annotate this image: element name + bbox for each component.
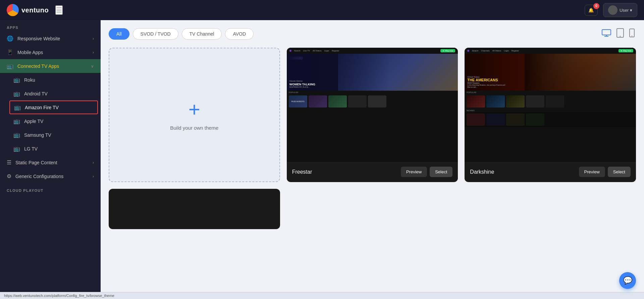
logo: ventuno bbox=[7, 4, 49, 16]
tab-avod[interactable]: AVOD bbox=[225, 28, 254, 40]
svg-point-7 bbox=[632, 36, 632, 36]
logo-icon bbox=[7, 4, 19, 16]
sidebar-item-connected-tv-apps[interactable]: 📺 Connected TV Apps ∨ bbox=[0, 59, 101, 73]
sidebar-label-amazon-fire-tv: Amazon Fire TV bbox=[25, 105, 59, 110]
partial-theme-card[interactable] bbox=[109, 189, 280, 229]
sidebar-label-mobile-apps: Mobile Apps bbox=[17, 50, 43, 55]
filter-bar: All SVOD / TVOD TV Channel AVOD bbox=[109, 27, 636, 41]
main-content: All SVOD / TVOD TV Channel AVOD bbox=[101, 20, 644, 292]
sidebar-label-android-tv: Android TV bbox=[24, 91, 48, 96]
sidebar-item-android-tv[interactable]: 📺 Android TV bbox=[7, 87, 101, 100]
chevron-right-icon-4: › bbox=[93, 174, 94, 179]
plus-icon: + bbox=[189, 99, 200, 120]
darkshine-footer: Darkshine Preview Select bbox=[465, 162, 636, 182]
filter-tabs-group: All SVOD / TVOD TV Channel AVOD bbox=[109, 28, 254, 40]
gear-icon: ⚙ bbox=[7, 173, 11, 179]
samsung-tv-icon: 📺 bbox=[13, 132, 20, 138]
darkshine-theme-card[interactable]: Search Channels All Videos Login Registe… bbox=[465, 48, 636, 182]
desktop-icon bbox=[602, 29, 611, 37]
sidebar: APPS 🌐 Responsive Website › 📱 Mobile App… bbox=[0, 20, 101, 292]
menu-button[interactable]: ☰ bbox=[55, 5, 63, 15]
roku-icon: 📺 bbox=[13, 77, 20, 83]
darkshine-select-button[interactable]: Select bbox=[608, 167, 631, 177]
themes-grid: + Build your own theme Search Live TV Al… bbox=[109, 48, 636, 229]
freestar-preview: Search Live TV All Videos Login Register… bbox=[287, 48, 458, 162]
tablet-icon bbox=[616, 28, 624, 38]
sidebar-label-generic-configurations: Generic Configurations bbox=[15, 174, 63, 179]
lg-tv-icon: 📺 bbox=[13, 145, 20, 152]
freestar-name: Freestar bbox=[292, 169, 312, 175]
status-url: https://web.ventunotech.com/platform/Con… bbox=[4, 294, 114, 298]
chevron-down-icon: ∨ bbox=[91, 64, 94, 69]
sidebar-label-responsive-website: Responsive Website bbox=[17, 36, 60, 41]
tv-icon: 📺 bbox=[7, 63, 13, 69]
sidebar-label-connected-tv-apps: Connected TV Apps bbox=[17, 63, 59, 69]
svg-rect-0 bbox=[602, 30, 611, 35]
sidebar-label-samsung-tv: Samsung TV bbox=[24, 132, 51, 138]
freestar-theme-card[interactable]: Search Live TV All Videos Login Register… bbox=[287, 48, 458, 182]
tab-svod-tvod[interactable]: SVOD / TVOD bbox=[133, 28, 178, 40]
sidebar-item-amazon-fire-tv[interactable]: 📺 Amazon Fire TV bbox=[9, 100, 98, 114]
sidebar-item-roku[interactable]: 📺 Roku bbox=[7, 73, 101, 87]
svg-point-5 bbox=[620, 36, 621, 37]
darkshine-preview: Search Channels All Videos Login Registe… bbox=[465, 48, 636, 162]
chat-button[interactable]: 💬 bbox=[619, 272, 636, 289]
logo-text: ventuno bbox=[21, 6, 49, 14]
sidebar-item-responsive-website[interactable]: 🌐 Responsive Website › bbox=[0, 32, 101, 45]
sidebar-item-samsung-tv[interactable]: 📺 Samsung TV bbox=[7, 128, 101, 142]
mobile-icon: 📱 bbox=[7, 49, 13, 55]
notification-badge: 0 bbox=[593, 3, 599, 9]
darkshine-preview-button[interactable]: Preview bbox=[579, 167, 605, 177]
chevron-right-icon-3: › bbox=[93, 160, 94, 165]
sidebar-label-static-page-content: Static Page Content bbox=[15, 160, 57, 165]
chevron-right-icon: › bbox=[93, 36, 94, 41]
android-tv-icon: 📺 bbox=[13, 90, 20, 97]
freestar-select-button[interactable]: Select bbox=[430, 167, 452, 177]
freestar-preview-button[interactable]: Preview bbox=[401, 167, 427, 177]
view-toggle-group bbox=[600, 27, 636, 41]
header: ventuno ☰ 🔔 0 User ▾ bbox=[0, 0, 644, 20]
globe-icon: 🌐 bbox=[7, 35, 13, 42]
desktop-view-button[interactable] bbox=[600, 28, 612, 40]
apple-tv-icon: 📺 bbox=[13, 118, 20, 124]
tab-tv-channel[interactable]: TV Channel bbox=[182, 28, 222, 40]
user-avatar bbox=[608, 5, 618, 15]
tab-all[interactable]: All bbox=[109, 28, 129, 40]
sidebar-label-roku: Roku bbox=[24, 77, 35, 83]
build-theme-label: Build your own theme bbox=[170, 125, 218, 131]
layout: APPS 🌐 Responsive Website › 📱 Mobile App… bbox=[0, 20, 644, 292]
sidebar-item-static-page-content[interactable]: ☰ Static Page Content › bbox=[0, 156, 101, 169]
cloud-section-label: CLOUD PLAYOUT bbox=[0, 183, 101, 195]
notification-button[interactable]: 🔔 0 bbox=[585, 5, 598, 16]
static-page-icon: ☰ bbox=[7, 159, 11, 166]
sidebar-item-mobile-apps[interactable]: 📱 Mobile Apps › bbox=[0, 45, 101, 59]
mobile-icon bbox=[629, 29, 635, 37]
header-right: 🔔 0 User ▾ bbox=[585, 3, 637, 17]
chat-icon: 💬 bbox=[623, 276, 632, 285]
sidebar-item-lg-tv[interactable]: 📺 LG TV bbox=[7, 142, 101, 156]
sidebar-label-lg-tv: LG TV bbox=[24, 146, 38, 152]
connected-tv-submenu: 📺 Roku 📺 Android TV 📺 Amazon Fire TV bbox=[0, 73, 101, 156]
header-left: ventuno ☰ bbox=[7, 4, 63, 16]
user-label: User ▾ bbox=[620, 8, 632, 13]
sidebar-label-apple-tv: Apple TV bbox=[24, 119, 43, 124]
chevron-right-icon-2: › bbox=[93, 50, 94, 55]
tablet-view-button[interactable] bbox=[615, 27, 625, 41]
darkshine-name: Darkshine bbox=[470, 169, 494, 175]
sidebar-item-generic-configurations[interactable]: ⚙ Generic Configurations › bbox=[0, 169, 101, 183]
fire-tv-icon: 📺 bbox=[14, 104, 21, 111]
statusbar: https://web.ventunotech.com/platform/Con… bbox=[0, 292, 644, 299]
build-theme-card[interactable]: + Build your own theme bbox=[109, 48, 280, 182]
apps-section-label: APPS bbox=[0, 20, 101, 32]
sidebar-item-apple-tv[interactable]: 📺 Apple TV bbox=[7, 114, 101, 128]
freestar-footer: Freestar Preview Select bbox=[287, 162, 458, 182]
mobile-view-button[interactable] bbox=[628, 27, 636, 41]
user-menu-button[interactable]: User ▾ bbox=[603, 3, 637, 17]
